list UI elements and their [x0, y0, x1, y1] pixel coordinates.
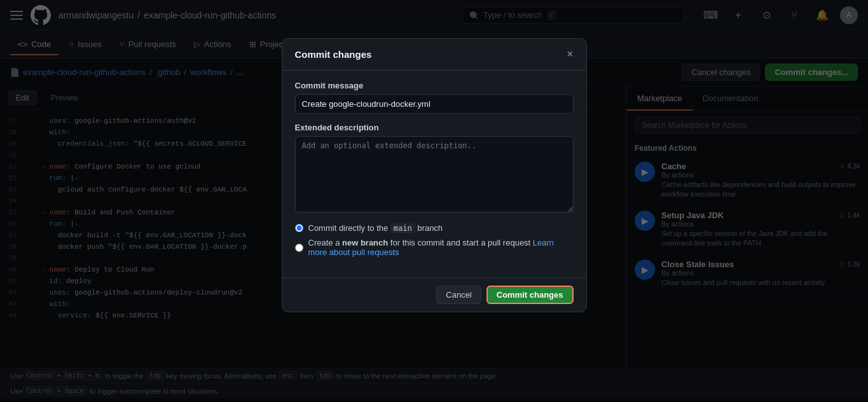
- modal-footer: Cancel Commit changes: [282, 277, 586, 312]
- modal-overlay: Commit changes × Commit message Extended…: [0, 0, 868, 402]
- radio-new-branch-input[interactable]: [295, 244, 303, 252]
- extended-desc-textarea[interactable]: [295, 136, 574, 212]
- radio-new-branch: Create a new branch for this commit and …: [295, 238, 574, 257]
- modal-close-button[interactable]: ×: [567, 48, 574, 61]
- radio-direct: Commit directly to the main branch: [295, 223, 574, 233]
- commit-message-label: Commit message: [295, 81, 574, 90]
- modal-commit-button[interactable]: Commit changes: [486, 286, 574, 304]
- modal-title: Commit changes: [295, 49, 372, 60]
- modal-header: Commit changes ×: [282, 39, 586, 71]
- commit-message-input[interactable]: [295, 94, 574, 114]
- extended-desc-label: Extended description: [295, 123, 574, 132]
- modal-body: Commit message Extended description Comm…: [282, 71, 586, 277]
- modal-cancel-button[interactable]: Cancel: [436, 286, 481, 304]
- commit-modal: Commit changes × Commit message Extended…: [282, 38, 587, 312]
- commit-options: Commit directly to the main branch Creat…: [295, 223, 574, 257]
- radio-direct-input[interactable]: [295, 224, 303, 232]
